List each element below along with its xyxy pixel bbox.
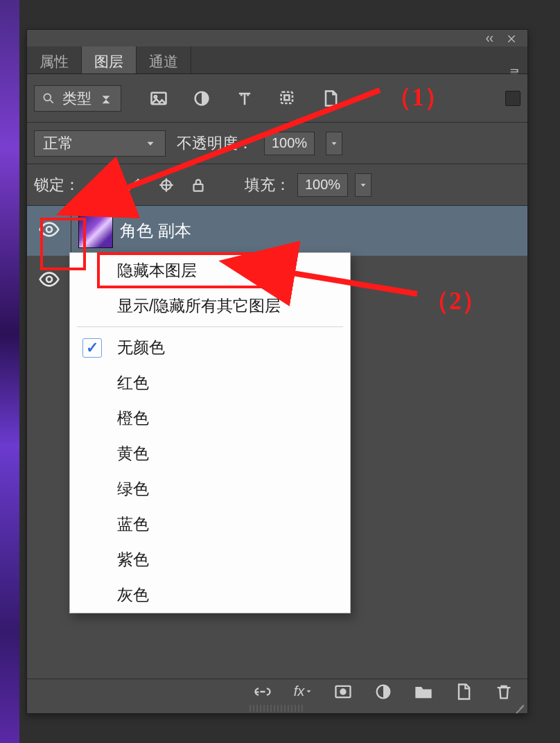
filter-type-dropdown[interactable]: 类型	[34, 85, 121, 112]
svg-rect-8	[103, 185, 109, 191]
fill-value[interactable]: 100%	[297, 173, 348, 197]
tab-layers[interactable]: 图层	[82, 46, 137, 73]
menu-color-purple[interactable]: 紫色	[70, 542, 350, 577]
menu-color-none-label: 无颜色	[117, 338, 165, 356]
check-icon: ✓	[82, 338, 102, 358]
layer-group-icon[interactable]	[414, 682, 433, 701]
collapse-icon[interactable]	[483, 33, 496, 45]
svg-point-13	[340, 688, 346, 694]
menu-separator	[77, 326, 343, 327]
menu-color-blue[interactable]: 蓝色	[70, 507, 350, 542]
resize-corner-icon[interactable]	[515, 701, 526, 712]
new-layer-icon[interactable]	[454, 682, 473, 701]
opacity-label: 不透明度：	[177, 133, 253, 154]
delete-layer-icon[interactable]	[494, 682, 514, 701]
filter-smartobject-icon[interactable]	[321, 89, 340, 108]
menu-color-red[interactable]: 红色	[70, 365, 350, 401]
panel-tabs: 属性 图层 通道	[27, 46, 527, 74]
svg-rect-9	[194, 184, 203, 191]
blend-row: 正常 不透明度： 100%	[27, 123, 527, 164]
filter-shape-icon[interactable]	[278, 89, 297, 108]
filter-type-label: 类型	[62, 89, 91, 108]
svg-point-0	[44, 94, 51, 100]
menu-hide-this-layer[interactable]: 隐藏本图层	[70, 253, 350, 288]
svg-rect-5	[284, 95, 289, 100]
lock-transparency-icon[interactable]	[94, 176, 112, 194]
menu-color-none[interactable]: ✓ 无颜色	[70, 330, 350, 365]
menu-color-gray[interactable]: 灰色	[70, 577, 350, 613]
filter-row: 类型	[27, 74, 527, 123]
lock-icons	[94, 176, 207, 194]
filter-type-icon[interactable]	[235, 89, 254, 108]
blend-mode-select[interactable]: 正常	[34, 130, 166, 157]
layer-thumbnail[interactable]	[78, 213, 113, 248]
tab-channels[interactable]: 通道	[137, 46, 191, 73]
link-layers-icon[interactable]	[253, 682, 272, 701]
dropdown-caret-icon	[98, 91, 114, 106]
menu-color-green[interactable]: 绿色	[70, 471, 350, 507]
fill-label: 填充：	[245, 175, 290, 195]
filter-icons	[149, 89, 340, 108]
layer-visibility-toggle[interactable]	[27, 256, 71, 306]
svg-rect-4	[281, 91, 292, 103]
layer-context-menu: 隐藏本图层 显示/隐藏所有其它图层 ✓ 无颜色 红色 橙色 黄色 绿色 蓝色 紫…	[69, 252, 351, 613]
layers-bottom-bar: fx	[27, 679, 527, 703]
document-canvas-strip	[0, 0, 19, 743]
menu-show-hide-others[interactable]: 显示/隐藏所有其它图层	[70, 288, 350, 324]
layer-style-icon[interactable]: fx	[293, 682, 313, 701]
filter-toggle[interactable]	[505, 91, 520, 106]
filter-pixel-icon[interactable]	[149, 89, 168, 108]
lock-all-icon[interactable]	[189, 176, 207, 194]
lock-label: 锁定：	[34, 175, 80, 195]
lock-row: 锁定： 填充： 100%	[27, 164, 527, 206]
fill-caret-icon[interactable]	[355, 173, 371, 197]
svg-point-10	[46, 227, 52, 232]
lock-position-icon[interactable]	[157, 176, 175, 194]
menu-color-yellow[interactable]: 黄色	[70, 436, 350, 471]
layer-name[interactable]: 角色 副本	[120, 220, 191, 242]
layer-mask-icon[interactable]	[333, 682, 353, 701]
layer-row[interactable]: 角色 副本	[27, 206, 527, 256]
panel-titlebar	[483, 30, 527, 46]
opacity-value[interactable]: 100%	[264, 132, 315, 155]
opacity-caret-icon[interactable]	[326, 132, 342, 155]
svg-rect-7	[96, 179, 103, 185]
filter-adjustment-icon[interactable]	[192, 89, 211, 108]
adjustment-layer-icon[interactable]	[374, 682, 393, 701]
eye-icon	[38, 268, 60, 293]
close-icon[interactable]	[505, 33, 518, 45]
eye-icon	[38, 218, 60, 243]
panel-grip[interactable]	[250, 705, 305, 712]
layer-visibility-toggle[interactable]	[27, 206, 71, 256]
lock-paint-icon[interactable]	[125, 176, 143, 194]
svg-point-11	[46, 277, 52, 282]
svg-point-2	[155, 95, 157, 98]
menu-color-orange[interactable]: 橙色	[70, 401, 350, 436]
blend-mode-value: 正常	[43, 133, 73, 154]
tab-properties[interactable]: 属性	[27, 46, 82, 73]
